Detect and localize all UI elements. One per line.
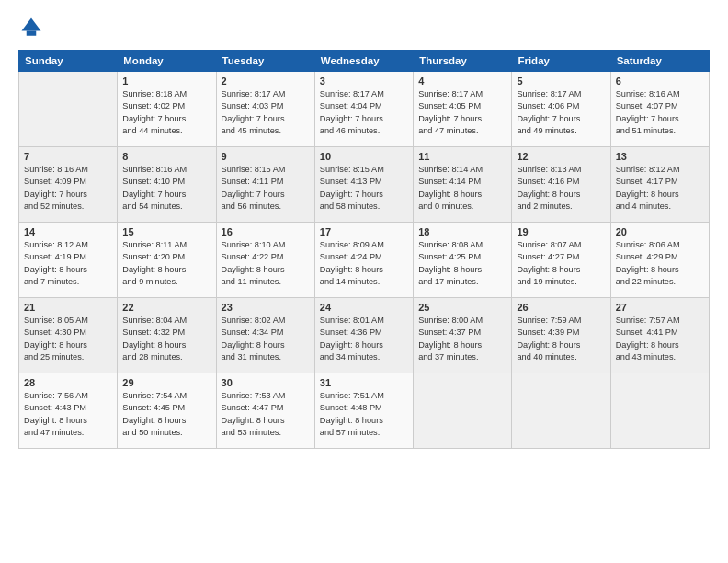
day-info: Sunrise: 8:00 AM Sunset: 4:37 PM Dayligh… xyxy=(418,315,506,363)
day-info: Sunrise: 8:12 AM Sunset: 4:19 PM Dayligh… xyxy=(24,239,112,288)
day-info: Sunrise: 8:01 AM Sunset: 4:36 PM Dayligh… xyxy=(320,315,408,363)
day-info: Sunrise: 8:16 AM Sunset: 4:07 PM Dayligh… xyxy=(616,88,704,137)
header-cell-tuesday: Tuesday xyxy=(216,51,314,72)
day-number: 9 xyxy=(222,151,310,162)
day-number: 23 xyxy=(222,302,310,313)
day-info: Sunrise: 8:02 AM Sunset: 4:34 PM Dayligh… xyxy=(222,315,310,363)
day-info: Sunrise: 8:15 AM Sunset: 4:11 PM Dayligh… xyxy=(222,164,310,213)
day-cell: 26Sunrise: 7:59 AM Sunset: 4:39 PM Dayli… xyxy=(512,298,610,373)
day-number: 3 xyxy=(320,75,408,86)
day-number: 6 xyxy=(616,75,704,86)
week-row-3: 14Sunrise: 8:12 AM Sunset: 4:19 PM Dayli… xyxy=(19,223,710,298)
day-cell: 16Sunrise: 8:10 AM Sunset: 4:22 PM Dayli… xyxy=(216,223,314,298)
day-info: Sunrise: 7:56 AM Sunset: 4:43 PM Dayligh… xyxy=(24,390,112,439)
day-info: Sunrise: 7:54 AM Sunset: 4:45 PM Dayligh… xyxy=(122,390,210,439)
day-number: 8 xyxy=(122,151,210,162)
day-cell xyxy=(512,373,610,449)
day-info: Sunrise: 8:09 AM Sunset: 4:24 PM Dayligh… xyxy=(320,239,408,288)
day-number: 28 xyxy=(24,377,112,388)
day-cell: 22Sunrise: 8:04 AM Sunset: 4:32 PM Dayli… xyxy=(118,298,216,373)
day-number: 22 xyxy=(122,302,210,313)
day-cell: 7Sunrise: 8:16 AM Sunset: 4:09 PM Daylig… xyxy=(19,147,118,223)
day-number: 31 xyxy=(320,377,408,388)
day-info: Sunrise: 8:16 AM Sunset: 4:09 PM Dayligh… xyxy=(24,164,112,213)
day-info: Sunrise: 8:06 AM Sunset: 4:29 PM Dayligh… xyxy=(616,239,704,288)
day-number: 15 xyxy=(122,226,210,237)
day-cell xyxy=(414,373,512,449)
week-row-5: 28Sunrise: 7:56 AM Sunset: 4:43 PM Dayli… xyxy=(19,373,710,449)
header-cell-friday: Friday xyxy=(512,51,610,72)
day-number: 24 xyxy=(320,302,408,313)
day-cell: 24Sunrise: 8:01 AM Sunset: 4:36 PM Dayli… xyxy=(314,298,413,373)
day-info: Sunrise: 8:17 AM Sunset: 4:04 PM Dayligh… xyxy=(320,88,408,137)
day-number: 29 xyxy=(122,377,210,388)
day-cell: 30Sunrise: 7:53 AM Sunset: 4:47 PM Dayli… xyxy=(216,373,314,449)
day-info: Sunrise: 8:17 AM Sunset: 4:03 PM Dayligh… xyxy=(222,88,310,137)
day-cell: 4Sunrise: 8:17 AM Sunset: 4:05 PM Daylig… xyxy=(414,72,512,147)
day-number: 7 xyxy=(24,151,112,162)
day-number: 30 xyxy=(222,377,310,388)
day-cell: 14Sunrise: 8:12 AM Sunset: 4:19 PM Dayli… xyxy=(19,223,118,298)
day-cell: 11Sunrise: 8:14 AM Sunset: 4:14 PM Dayli… xyxy=(414,147,512,223)
day-number: 21 xyxy=(24,302,112,313)
day-number: 16 xyxy=(222,226,310,237)
day-cell: 5Sunrise: 8:17 AM Sunset: 4:06 PM Daylig… xyxy=(512,72,610,147)
day-info: Sunrise: 8:10 AM Sunset: 4:22 PM Dayligh… xyxy=(222,239,310,288)
day-number: 10 xyxy=(320,151,408,162)
day-number: 18 xyxy=(418,226,506,237)
header-cell-sunday: Sunday xyxy=(19,51,118,72)
day-cell: 20Sunrise: 8:06 AM Sunset: 4:29 PM Dayli… xyxy=(610,223,709,298)
day-cell: 29Sunrise: 7:54 AM Sunset: 4:45 PM Dayli… xyxy=(118,373,216,449)
day-cell: 21Sunrise: 8:05 AM Sunset: 4:30 PM Dayli… xyxy=(19,298,118,373)
day-cell: 10Sunrise: 8:15 AM Sunset: 4:13 PM Dayli… xyxy=(314,147,413,223)
day-info: Sunrise: 8:15 AM Sunset: 4:13 PM Dayligh… xyxy=(320,164,408,213)
day-cell: 23Sunrise: 8:02 AM Sunset: 4:34 PM Dayli… xyxy=(216,298,314,373)
page: SundayMondayTuesdayWednesdayThursdayFrid… xyxy=(0,0,728,563)
header-cell-thursday: Thursday xyxy=(414,51,512,72)
day-info: Sunrise: 8:16 AM Sunset: 4:10 PM Dayligh… xyxy=(122,164,210,213)
header-cell-wednesday: Wednesday xyxy=(314,51,413,72)
week-row-4: 21Sunrise: 8:05 AM Sunset: 4:30 PM Dayli… xyxy=(19,298,710,373)
day-number: 5 xyxy=(517,75,605,86)
day-info: Sunrise: 8:17 AM Sunset: 4:06 PM Dayligh… xyxy=(517,88,605,137)
day-cell: 9Sunrise: 8:15 AM Sunset: 4:11 PM Daylig… xyxy=(216,147,314,223)
day-cell xyxy=(610,373,709,449)
day-cell: 31Sunrise: 7:51 AM Sunset: 4:48 PM Dayli… xyxy=(314,373,413,449)
day-cell: 3Sunrise: 8:17 AM Sunset: 4:04 PM Daylig… xyxy=(314,72,413,147)
day-number: 27 xyxy=(616,302,704,313)
header-cell-monday: Monday xyxy=(118,51,216,72)
day-number: 11 xyxy=(418,151,506,162)
day-number: 20 xyxy=(616,226,704,237)
day-number: 14 xyxy=(24,226,112,237)
day-info: Sunrise: 8:08 AM Sunset: 4:25 PM Dayligh… xyxy=(418,239,506,288)
day-number: 12 xyxy=(517,151,605,162)
day-cell: 19Sunrise: 8:07 AM Sunset: 4:27 PM Dayli… xyxy=(512,223,610,298)
svg-rect-1 xyxy=(27,31,37,36)
day-number: 17 xyxy=(320,226,408,237)
week-row-2: 7Sunrise: 8:16 AM Sunset: 4:09 PM Daylig… xyxy=(19,147,710,223)
day-info: Sunrise: 7:59 AM Sunset: 4:39 PM Dayligh… xyxy=(517,315,605,363)
day-number: 4 xyxy=(418,75,506,86)
day-info: Sunrise: 8:18 AM Sunset: 4:02 PM Dayligh… xyxy=(122,88,210,137)
day-info: Sunrise: 7:57 AM Sunset: 4:41 PM Dayligh… xyxy=(616,315,704,363)
header-cell-saturday: Saturday xyxy=(610,51,709,72)
day-cell: 25Sunrise: 8:00 AM Sunset: 4:37 PM Dayli… xyxy=(414,298,512,373)
day-cell: 27Sunrise: 7:57 AM Sunset: 4:41 PM Dayli… xyxy=(610,298,709,373)
day-info: Sunrise: 8:05 AM Sunset: 4:30 PM Dayligh… xyxy=(24,315,112,363)
day-info: Sunrise: 8:04 AM Sunset: 4:32 PM Dayligh… xyxy=(122,315,210,363)
day-cell xyxy=(19,72,118,147)
day-number: 19 xyxy=(517,226,605,237)
day-number: 26 xyxy=(517,302,605,313)
day-info: Sunrise: 8:17 AM Sunset: 4:05 PM Dayligh… xyxy=(418,88,506,137)
day-cell: 17Sunrise: 8:09 AM Sunset: 4:24 PM Dayli… xyxy=(314,223,413,298)
day-cell: 15Sunrise: 8:11 AM Sunset: 4:20 PM Dayli… xyxy=(118,223,216,298)
day-info: Sunrise: 8:11 AM Sunset: 4:20 PM Dayligh… xyxy=(122,239,210,288)
day-cell: 12Sunrise: 8:13 AM Sunset: 4:16 PM Dayli… xyxy=(512,147,610,223)
week-row-1: 1Sunrise: 8:18 AM Sunset: 4:02 PM Daylig… xyxy=(19,72,710,147)
header-row: SundayMondayTuesdayWednesdayThursdayFrid… xyxy=(19,51,710,72)
day-number: 25 xyxy=(418,302,506,313)
day-cell: 18Sunrise: 8:08 AM Sunset: 4:25 PM Dayli… xyxy=(414,223,512,298)
day-info: Sunrise: 7:51 AM Sunset: 4:48 PM Dayligh… xyxy=(320,390,408,439)
calendar-table: SundayMondayTuesdayWednesdayThursdayFrid… xyxy=(18,50,710,449)
header xyxy=(18,15,710,40)
